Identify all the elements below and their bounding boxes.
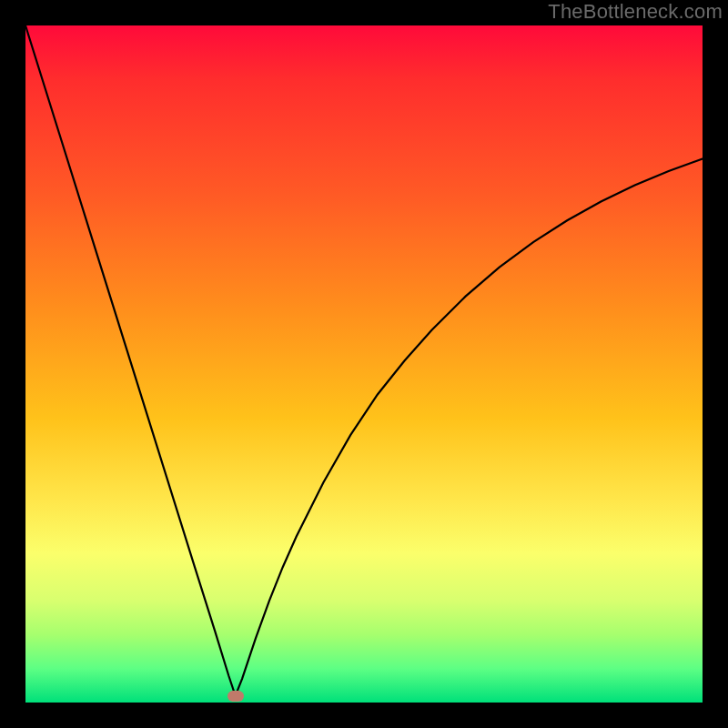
plot-area — [25, 25, 703, 703]
source-watermark: TheBottleneck.com — [548, 0, 723, 24]
bottleneck-curve — [25, 25, 703, 703]
optimum-marker — [228, 691, 244, 702]
outer-frame: TheBottleneck.com — [0, 0, 728, 728]
